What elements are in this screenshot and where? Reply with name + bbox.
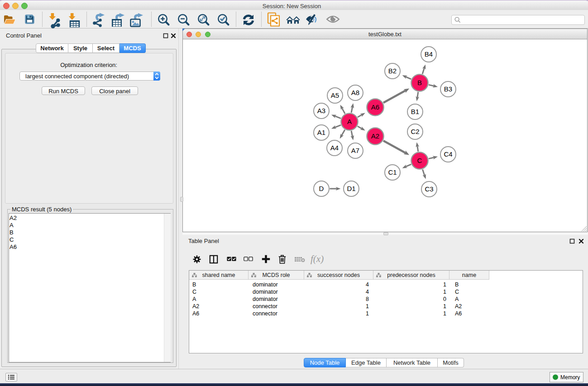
- svg-text:B1: B1: [411, 108, 419, 115]
- svg-text:A1: A1: [317, 129, 325, 136]
- svg-text:B2: B2: [388, 67, 397, 75]
- svg-text:B3: B3: [444, 85, 452, 93]
- svg-text:C1: C1: [388, 168, 397, 176]
- svg-text:A2: A2: [371, 132, 379, 140]
- svg-text:A8: A8: [351, 89, 359, 96]
- svg-text:A3: A3: [317, 107, 325, 114]
- svg-text:D: D: [319, 185, 324, 192]
- svg-text:C2: C2: [411, 128, 419, 135]
- svg-text:A6: A6: [371, 103, 379, 111]
- svg-text:B: B: [417, 79, 422, 86]
- svg-text:C4: C4: [444, 150, 452, 158]
- svg-text:A7: A7: [351, 147, 359, 154]
- svg-text:A: A: [347, 118, 352, 125]
- svg-text:A4: A4: [330, 144, 339, 152]
- svg-text:C: C: [417, 157, 422, 164]
- svg-text:C3: C3: [425, 185, 433, 193]
- svg-text:A5: A5: [331, 91, 339, 99]
- svg-text:D1: D1: [347, 185, 355, 192]
- svg-text:B4: B4: [425, 50, 433, 58]
